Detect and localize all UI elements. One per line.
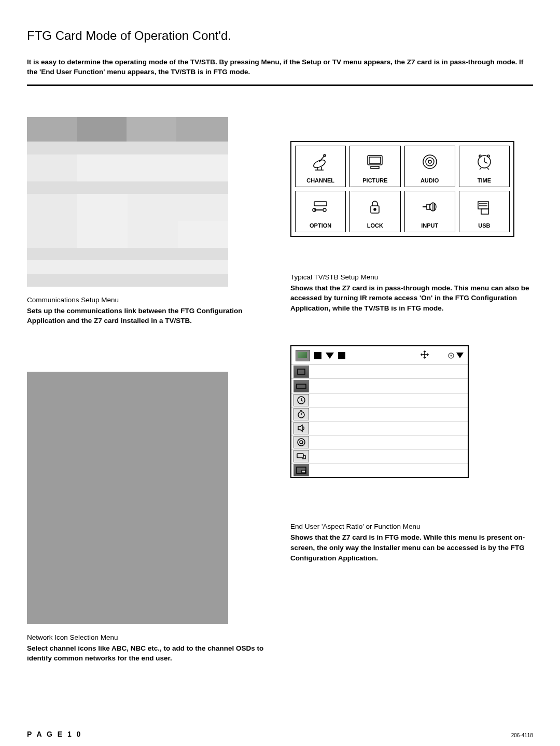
target-small-icon (293, 436, 309, 448)
tv-menu-input[interactable]: INPUT (404, 191, 455, 232)
svg-point-24 (374, 208, 376, 210)
tv-menu-picture-label: PICTURE (362, 177, 387, 184)
tv-setup-block: CHANNEL PICTURE AUDIO (290, 141, 533, 314)
left-column: Communications Setup Menu Sets up the co… (27, 117, 270, 709)
svg-line-18 (487, 168, 489, 170)
comm-setup-screenshot (27, 117, 228, 287)
end-user-block: End User 'Aspect Ratio' or Function Menu… (290, 345, 533, 563)
svg-point-16 (487, 155, 489, 157)
header-enter-icon (448, 353, 464, 359)
page-title: FTG Card Mode of Operation Cont'd. (27, 29, 533, 43)
svg-point-37 (451, 355, 452, 356)
svg-rect-19 (314, 202, 327, 206)
network-icon-caption-title: Network Icon Selection Menu (27, 634, 270, 641)
end-user-caption-body: Shows that the Z7 card is in FTG mode. W… (290, 532, 533, 563)
end-user-row-3[interactable] (291, 393, 468, 407)
svg-rect-7 (369, 157, 381, 163)
input-plug-icon (405, 191, 455, 222)
tv-menu-audio[interactable]: AUDIO (404, 146, 455, 187)
header-stop-left-icon (314, 352, 321, 359)
svg-rect-8 (371, 166, 379, 168)
tv-setup-menu: CHANNEL PICTURE AUDIO (290, 141, 514, 237)
svg-point-10 (426, 158, 434, 166)
document-number: 206-4118 (511, 733, 533, 738)
tv-menu-lock[interactable]: LOCK (349, 191, 400, 232)
tv-menu-channel[interactable]: CHANNEL (295, 146, 346, 187)
end-user-row-4[interactable] (291, 407, 468, 421)
timer-small-icon (293, 408, 309, 420)
caption-small-icon (293, 450, 309, 462)
end-user-menu-header (291, 346, 468, 364)
network-icon-caption-body: Select channel icons like ABC, NBC etc.,… (27, 643, 270, 664)
clock-small-icon (293, 394, 309, 406)
usb-media-icon (459, 191, 509, 222)
audio-speaker-icon (405, 146, 455, 177)
svg-line-14 (484, 162, 487, 163)
header-move-icon (420, 350, 429, 361)
pip-small-icon (293, 464, 309, 476)
tv-menu-input-label: INPUT (421, 222, 438, 229)
svg-rect-49 (297, 454, 303, 458)
comm-setup-caption-body: Sets up the communications link between … (27, 306, 270, 326)
svg-rect-30 (478, 202, 488, 209)
svg-marker-46 (298, 425, 302, 431)
svg-rect-38 (298, 369, 305, 374)
tv-menu-usb[interactable]: USB (459, 191, 510, 232)
svg-rect-39 (297, 384, 306, 388)
network-icon-block: Network Icon Selection Menu Select chann… (27, 372, 270, 664)
comm-setup-caption-title: Communications Setup Menu (27, 296, 270, 304)
time-clock-icon (459, 146, 509, 177)
option-tools-icon (296, 191, 345, 222)
tv-menu-option[interactable]: OPTION (295, 191, 346, 232)
svg-point-15 (479, 155, 481, 157)
svg-rect-51 (302, 470, 305, 473)
aspect-16-9-icon (293, 380, 309, 392)
tv-menu-time-label: TIME (478, 177, 491, 184)
end-user-row-7[interactable] (291, 449, 468, 463)
svg-line-17 (480, 168, 481, 170)
header-stop-right-icon (338, 352, 345, 359)
tv-setup-caption-body: Shows that the Z7 card is in pass-throug… (290, 283, 533, 314)
svg-point-47 (298, 439, 305, 446)
tv-menu-audio-label: AUDIO (421, 177, 439, 184)
tv-menu-lock-label: LOCK (367, 222, 383, 229)
aspect-4-3-icon (293, 365, 309, 378)
network-icon-screenshot (27, 372, 228, 624)
svg-point-9 (423, 155, 437, 168)
svg-point-11 (428, 160, 431, 163)
tv-menu-picture[interactable]: PICTURE (349, 146, 400, 187)
header-tv-icon (296, 350, 310, 361)
svg-point-48 (300, 441, 303, 444)
header-down-icon (326, 353, 334, 359)
content-columns: Communications Setup Menu Sets up the co… (27, 117, 533, 709)
picture-monitor-icon (350, 146, 400, 177)
end-user-row-1[interactable] (291, 364, 468, 378)
speaker-small-icon (293, 422, 309, 434)
svg-rect-26 (427, 204, 430, 209)
tv-menu-usb-label: USB (478, 222, 490, 229)
tv-menu-time[interactable]: TIME (459, 146, 510, 187)
svg-point-22 (323, 208, 326, 212)
end-user-menu (290, 345, 469, 478)
end-user-row-6[interactable] (291, 435, 468, 449)
tv-setup-caption-title: Typical TV/STB Setup Menu (290, 273, 533, 281)
right-column: CHANNEL PICTURE AUDIO (290, 117, 533, 709)
end-user-row-2[interactable] (291, 378, 468, 392)
comm-setup-block: Communications Setup Menu Sets up the co… (27, 117, 270, 326)
section-separator (27, 85, 533, 86)
page-footer: P A G E 1 0 206-4118 (27, 709, 533, 738)
tv-menu-option-label: OPTION (310, 222, 331, 229)
svg-rect-31 (481, 209, 488, 214)
svg-line-42 (301, 400, 303, 401)
tv-menu-channel-label: CHANNEL (306, 177, 334, 184)
intro-text: It is easy to determine the operating mo… (27, 58, 533, 77)
page-number: P A G E 1 0 (27, 730, 82, 738)
svg-point-0 (313, 158, 327, 169)
end-user-row-8[interactable] (291, 463, 468, 477)
end-user-row-5[interactable] (291, 421, 468, 435)
end-user-caption-title: End User 'Aspect Ratio' or Function Menu (290, 523, 533, 530)
channel-dish-icon (296, 146, 345, 177)
lock-icon (350, 191, 400, 222)
